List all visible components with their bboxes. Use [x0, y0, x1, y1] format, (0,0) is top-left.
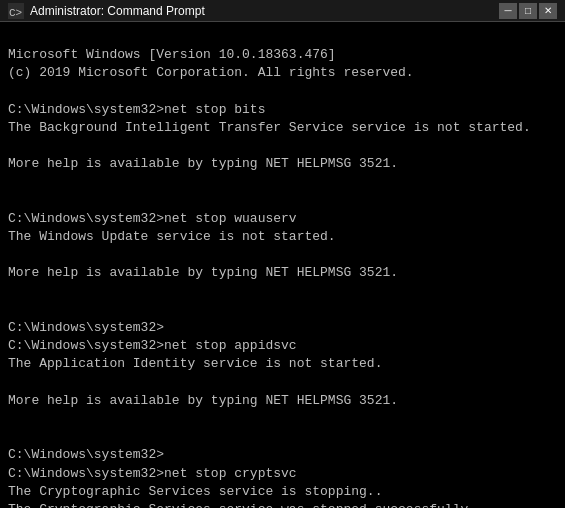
- terminal-line: The Windows Update service is not starte…: [8, 228, 557, 246]
- terminal-output[interactable]: Microsoft Windows [Version 10.0.18363.47…: [0, 22, 565, 508]
- terminal-line: The Background Intelligent Transfer Serv…: [8, 119, 557, 137]
- terminal-line: More help is available by typing NET HEL…: [8, 155, 557, 173]
- terminal-line: C:\Windows\system32>: [8, 319, 557, 337]
- terminal-line: [8, 301, 557, 319]
- cmd-icon: C>: [8, 3, 24, 19]
- terminal-line: C:\Windows\system32>net stop cryptsvc: [8, 465, 557, 483]
- terminal-line: [8, 83, 557, 101]
- terminal-line: The Cryptographic Services service was s…: [8, 501, 557, 508]
- terminal-line: The Application Identity service is not …: [8, 355, 557, 373]
- title-bar: C> Administrator: Command Prompt ─ □ ✕: [0, 0, 565, 22]
- terminal-line: [8, 246, 557, 264]
- terminal-line: [8, 137, 557, 155]
- close-button[interactable]: ✕: [539, 3, 557, 19]
- terminal-line: Microsoft Windows [Version 10.0.18363.47…: [8, 46, 557, 64]
- terminal-line: More help is available by typing NET HEL…: [8, 392, 557, 410]
- terminal-line: [8, 192, 557, 210]
- terminal-line: [8, 428, 557, 446]
- terminal-line: C:\Windows\system32>net stop bits: [8, 101, 557, 119]
- terminal-line: (c) 2019 Microsoft Corporation. All righ…: [8, 64, 557, 82]
- maximize-button[interactable]: □: [519, 3, 537, 19]
- terminal-line: The Cryptographic Services service is st…: [8, 483, 557, 501]
- window-title: Administrator: Command Prompt: [30, 4, 499, 18]
- terminal-line: [8, 374, 557, 392]
- terminal-line: [8, 174, 557, 192]
- terminal-line: C:\Windows\system32>net stop appidsvc: [8, 337, 557, 355]
- svg-text:C>: C>: [9, 7, 22, 19]
- terminal-line: [8, 283, 557, 301]
- terminal-line: C:\Windows\system32>: [8, 446, 557, 464]
- terminal-line: C:\Windows\system32>net stop wuauserv: [8, 210, 557, 228]
- minimize-button[interactable]: ─: [499, 3, 517, 19]
- terminal-line: More help is available by typing NET HEL…: [8, 264, 557, 282]
- terminal-line: [8, 410, 557, 428]
- window-controls: ─ □ ✕: [499, 3, 557, 19]
